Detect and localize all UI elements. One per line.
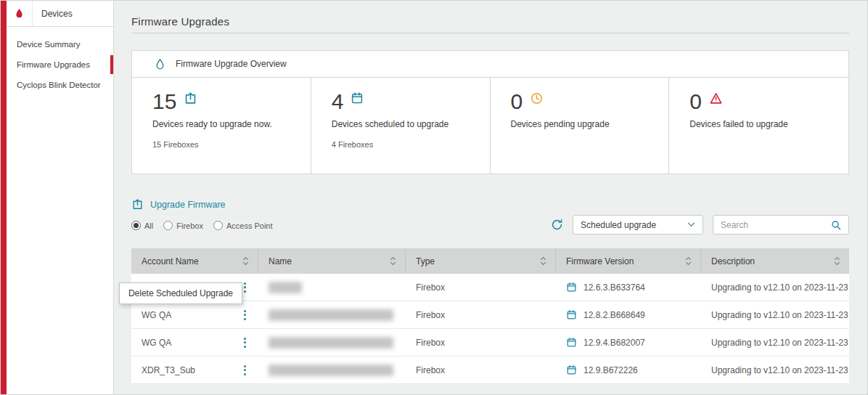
column-label: Description <box>711 256 755 266</box>
table-row: XDR_T3_Sub Firebox 12.9.B672226 Upgradin… <box>131 357 849 384</box>
type-cell: Firebox <box>406 329 556 356</box>
row-context-menu: Delete Scheduled Upgrade <box>119 282 242 304</box>
sort-icon <box>834 256 840 266</box>
filter-radio-firebox[interactable]: Firebox <box>163 221 203 230</box>
device-type: Firebox <box>416 310 445 320</box>
app-accent-strip <box>1 1 7 394</box>
calendar-icon <box>566 282 577 293</box>
firmware-upgrade-overview-card: Firmware Upgrade Overview 15 Devices rea… <box>131 50 849 174</box>
redacted-name <box>269 365 393 376</box>
sidebar-item-label: Firmware Upgrades <box>17 60 90 69</box>
sidebar-item-label: Cyclops Blink Detector <box>17 81 101 89</box>
watchguard-drop-logo-icon <box>7 1 33 27</box>
column-label: Firmware Version <box>566 256 634 266</box>
type-cell: Firebox <box>406 301 556 328</box>
description-text: Upgrading to v12.10 on 2023-11-23 ... <box>711 310 849 320</box>
account-name-cell: WG QA <box>131 301 258 328</box>
sidebar-section-devices[interactable]: Devices <box>7 1 113 27</box>
overview-card-header: Firmware Upgrade Overview <box>132 51 848 78</box>
page-title: Firmware Upgrades <box>131 15 849 28</box>
stat-label: Devices ready to upgrade now. <box>152 119 298 129</box>
overview-stats: 15 Devices ready to upgrade now. 15 Fire… <box>132 78 848 174</box>
refresh-icon <box>550 218 564 232</box>
row-menu-button[interactable] <box>240 335 250 351</box>
radio-icon[interactable] <box>213 221 223 230</box>
column-header-account-name[interactable]: Account Name <box>131 248 258 274</box>
description-cell: Upgrading to v12.10 on 2023-11-23 ... <box>701 274 849 301</box>
upgrade-firmware-button[interactable]: Upgrade Firmware <box>131 198 226 211</box>
search-icon <box>830 219 842 231</box>
row-menu-button[interactable] <box>240 362 250 378</box>
firmware-version: 12.9.4.B682007 <box>584 338 645 348</box>
filter-radio-access-point[interactable]: Access Point <box>213 221 273 230</box>
account-name-cell: WG QA <box>131 329 258 356</box>
type-cell: Firebox <box>406 357 556 383</box>
firmware-upgrades-table: Account Name Name Type Firmware Version … <box>131 248 849 384</box>
row-menu-button[interactable] <box>240 307 250 323</box>
name-cell <box>258 357 406 383</box>
sort-icon <box>242 256 249 266</box>
sort-icon <box>390 256 396 266</box>
stat-devices-pending: 0 Devices pending upgrade <box>491 78 670 174</box>
column-header-type[interactable]: Type <box>406 248 556 274</box>
sidebar: Devices Device Summary Firmware Upgrades… <box>7 1 114 394</box>
filter-radio-all[interactable]: All <box>131 221 153 230</box>
name-cell <box>258 301 406 328</box>
stat-label: Devices scheduled to upgrade <box>332 119 477 129</box>
column-header-name[interactable]: Name <box>258 248 406 274</box>
type-cell: Firebox <box>406 274 556 301</box>
column-header-description[interactable]: Description <box>701 248 849 274</box>
firmware-version-cell: 12.8.2.B668649 <box>556 301 701 328</box>
filter-label: Access Point <box>226 221 273 230</box>
stat-value: 0 <box>689 91 702 113</box>
stat-devices-failed: 0 Devices failed to upgrade <box>669 78 848 174</box>
name-cell <box>258 329 406 356</box>
sort-icon <box>540 256 546 266</box>
calendar-icon <box>351 91 364 105</box>
column-label: Name <box>269 256 292 266</box>
warning-icon <box>709 91 723 105</box>
app-window: Devices Device Summary Firmware Upgrades… <box>0 0 868 395</box>
sidebar-nav: Device Summary Firmware Upgrades Cyclops… <box>7 27 113 95</box>
filter-label: Firebox <box>176 221 203 230</box>
radio-icon[interactable] <box>163 221 173 230</box>
description-cell: Upgrading to v12.10 on 2023-11-23 ... <box>701 357 849 383</box>
filter-label: All <box>144 221 153 230</box>
stat-devices-scheduled: 4 Devices scheduled to upgrade 4 Firebox… <box>311 78 491 174</box>
upload-icon <box>131 198 144 211</box>
refresh-button[interactable] <box>550 218 564 232</box>
sidebar-item-firmware-upgrades[interactable]: Firmware Upgrades <box>7 54 113 75</box>
stat-value: 4 <box>332 91 344 113</box>
stat-label: Devices pending upgrade <box>511 119 656 129</box>
calendar-icon <box>566 337 577 348</box>
account-name: WG QA <box>142 338 171 348</box>
stat-value: 15 <box>152 91 176 113</box>
overview-card-title: Firmware Upgrade Overview <box>176 59 287 69</box>
description-text: Upgrading to v12.10 on 2023-11-23 ... <box>711 282 849 293</box>
description-text: Upgrading to v12.10 on 2023-11-23 ... <box>711 338 849 348</box>
table-row: WG QA Firebox 12.8.2.B668649 Upgrading t… <box>131 301 849 329</box>
firmware-drop-icon <box>154 58 166 70</box>
radio-icon[interactable] <box>131 221 141 230</box>
stat-label: Devices failed to upgrade <box>689 119 835 129</box>
description-text: Upgrading to v12.10 on 2023-11-23 ... <box>711 365 849 375</box>
clock-icon <box>530 91 544 105</box>
upgrade-upload-icon <box>184 91 197 105</box>
description-cell: Upgrading to v12.10 on 2023-11-23 ... <box>701 301 849 328</box>
account-name-cell: XDR_T3_Sub <box>131 357 258 383</box>
firmware-version-cell: 12.6.3.B633764 <box>556 274 701 301</box>
firmware-version-cell: 12.9.4.B682007 <box>556 329 701 356</box>
device-type-filter: All Firebox Access Point <box>131 221 273 230</box>
upgrade-firmware-label: Upgrade Firmware <box>150 200 226 210</box>
upgrade-status-dropdown[interactable]: Scheduled upgrade <box>573 215 703 235</box>
sort-icon <box>685 256 692 266</box>
delete-scheduled-upgrade-menu-item[interactable]: Delete Scheduled Upgrade <box>120 283 242 304</box>
sidebar-item-device-summary[interactable]: Device Summary <box>7 34 113 54</box>
search-input[interactable] <box>721 220 830 230</box>
dropdown-selected-value: Scheduled upgrade <box>581 220 656 230</box>
column-header-firmware-version[interactable]: Firmware Version <box>556 248 701 274</box>
sidebar-section-label: Devices <box>33 9 73 19</box>
account-name: XDR_T3_Sub <box>142 365 195 375</box>
sidebar-item-cyclops-blink-detector[interactable]: Cyclops Blink Detector <box>7 75 113 95</box>
device-type: Firebox <box>416 282 445 293</box>
